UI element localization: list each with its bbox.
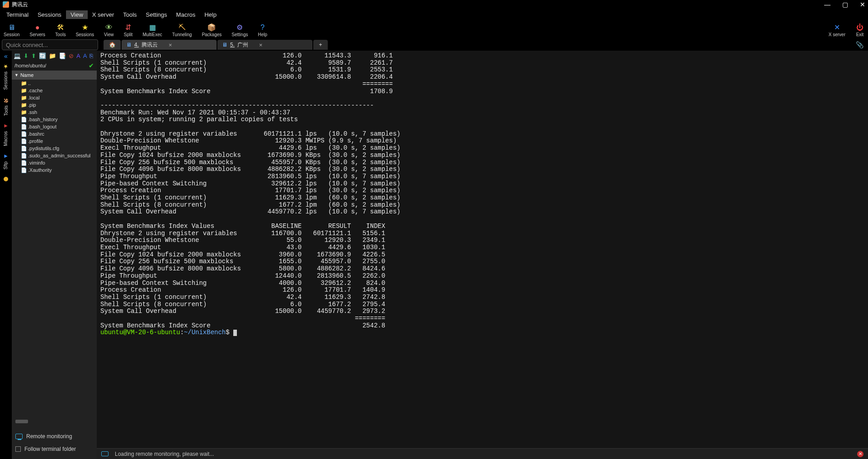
tool-view[interactable]: 👁View bbox=[104, 23, 114, 37]
view-icon: 👁 bbox=[104, 23, 113, 32]
sidebar-tool-icon-6[interactable]: ⊘ bbox=[69, 52, 74, 59]
sidebar-tool-icon-2[interactable]: ⬆ bbox=[31, 52, 36, 59]
tab-number: 4. bbox=[134, 42, 139, 48]
menu-terminal[interactable]: Terminal bbox=[2, 10, 33, 19]
file-item[interactable]: 📁.local bbox=[12, 94, 97, 101]
sidebar-tool-icon-1[interactable]: ⬇ bbox=[24, 52, 28, 59]
tab-close-button[interactable]: × bbox=[259, 42, 263, 48]
tool-servers[interactable]: ●Servers bbox=[30, 23, 45, 37]
tool-exit[interactable]: ⏻Exit bbox=[855, 23, 864, 37]
file-item[interactable]: 📄.pydistutils.cfg bbox=[12, 145, 97, 152]
tool-sessions[interactable]: ★Sessions bbox=[75, 23, 94, 37]
folder-icon: 📁 bbox=[21, 109, 26, 115]
tool-session[interactable]: 🖥Session bbox=[4, 23, 20, 37]
menu-x-server[interactable]: X server bbox=[88, 10, 118, 19]
tunneling-icon: ⛏ bbox=[178, 23, 187, 32]
tools-icon: 🛠 bbox=[56, 23, 65, 32]
tool-x-server[interactable]: ✕X server bbox=[829, 23, 845, 37]
servers-icon: ● bbox=[33, 23, 42, 32]
menu-view[interactable]: View bbox=[66, 10, 88, 19]
tab-home[interactable]: 🏠 bbox=[104, 40, 121, 50]
sidebar-tool-icon-7[interactable]: A bbox=[76, 52, 80, 59]
sidebar-column-header[interactable]: ▼ Name bbox=[12, 71, 97, 80]
tab-session[interactable]: 🖥5. 广州× bbox=[217, 40, 312, 50]
file-item[interactable]: 📁.. bbox=[12, 80, 97, 87]
file-item[interactable]: 📄.profile bbox=[12, 137, 97, 145]
sidebar-path[interactable]: /home/ubuntu/ ✔ bbox=[12, 61, 97, 71]
sidebar-tool-icon-5[interactable]: 📑 bbox=[59, 52, 66, 59]
sidebar-tool-icon-4[interactable]: 📁 bbox=[49, 52, 56, 59]
file-item[interactable]: 📄.bashrc bbox=[12, 130, 97, 137]
window-minimize-button[interactable]: — bbox=[824, 1, 830, 8]
menu-macros[interactable]: Macros bbox=[172, 10, 200, 19]
sidebar-h-scrollbar[interactable] bbox=[15, 419, 93, 424]
prompt-user: ubuntu@VM-20-6-ubuntu bbox=[100, 329, 180, 336]
tool-multiexec[interactable]: ▦MultiExec bbox=[142, 23, 162, 37]
rail-sessions[interactable]: Sessions★ bbox=[3, 60, 8, 94]
tab-close-button[interactable]: × bbox=[169, 42, 172, 48]
remote-monitoring-label: Remote monitoring bbox=[26, 433, 72, 440]
file-item[interactable]: 📄.bash_history bbox=[12, 116, 97, 123]
tab-session[interactable]: 🖥4. 腾讯云× bbox=[122, 40, 217, 50]
window-close-button[interactable]: ✕ bbox=[860, 1, 865, 8]
paperclip-icon[interactable]: 📎 bbox=[856, 41, 863, 48]
sidebar-tool-icon-0[interactable]: 💻 bbox=[14, 52, 21, 59]
rail-collapse-icon[interactable]: « bbox=[4, 52, 8, 59]
tool-settings[interactable]: ⚙Settings bbox=[231, 23, 248, 37]
file-item[interactable]: 📄.Xauthority bbox=[12, 166, 97, 174]
file-item[interactable]: 📄.viminfo bbox=[12, 159, 97, 166]
file-name: .cache bbox=[28, 88, 42, 93]
sidebar-tool-icon-3[interactable]: 🔄 bbox=[39, 52, 46, 59]
menu-settings[interactable]: Settings bbox=[142, 10, 172, 19]
window-maximize-button[interactable]: ▢ bbox=[842, 1, 848, 8]
folder-icon: 📁 bbox=[21, 80, 26, 86]
tool-label: Packages bbox=[202, 32, 222, 37]
tool-tunneling[interactable]: ⛏Tunneling bbox=[172, 23, 192, 37]
sftp-icon: ◄ bbox=[3, 153, 9, 160]
menu-help[interactable]: Help bbox=[200, 10, 221, 19]
file-name: .. bbox=[28, 80, 31, 86]
file-item[interactable]: 📁.pip bbox=[12, 101, 97, 109]
tool-split[interactable]: ⇵Split bbox=[123, 23, 132, 37]
terminal-statusbar: Loading remote monitoring, please wait..… bbox=[97, 448, 868, 459]
menubar: TerminalSessionsViewX serverToolsSetting… bbox=[0, 9, 868, 20]
rail-macros[interactable]: Macros◄ bbox=[3, 119, 9, 150]
remote-monitoring-toggle[interactable]: Remote monitoring bbox=[15, 430, 93, 443]
rail-label: Tools bbox=[4, 105, 9, 116]
sidebar-column-name: Name bbox=[20, 72, 33, 78]
status-close-button[interactable]: ✕ bbox=[857, 451, 863, 457]
file-name: .bashrc bbox=[28, 131, 44, 137]
file-icon: 📄 bbox=[21, 131, 26, 137]
sidebar-tool-icon-8[interactable]: A bbox=[83, 52, 87, 59]
file-name: .pip bbox=[28, 102, 36, 108]
folder-icon: 📁 bbox=[21, 102, 26, 108]
follow-terminal-checkbox[interactable]: Follow terminal folder bbox=[15, 443, 93, 455]
sidebar-tool-icon-9[interactable]: ⎘ bbox=[90, 52, 93, 59]
menu-tools[interactable]: Tools bbox=[118, 10, 141, 19]
file-item[interactable]: 📁.ssh bbox=[12, 109, 97, 116]
terminal-output[interactable]: Process Creation 126.0 11543.3 916.1 She… bbox=[97, 51, 868, 448]
rail-status-dot-icon bbox=[4, 177, 8, 181]
tab-new-button[interactable]: + bbox=[313, 40, 328, 50]
menu-sessions[interactable]: Sessions bbox=[33, 10, 66, 19]
file-icon: 📄 bbox=[21, 124, 26, 130]
tool-help[interactable]: ?Help bbox=[258, 23, 267, 37]
file-item[interactable]: 📄.sudo_as_admin_successful bbox=[12, 152, 97, 159]
tool-label: Settings bbox=[231, 32, 248, 37]
quick-connect-placeholder: Quick connect... bbox=[6, 42, 48, 48]
help-icon: ? bbox=[258, 23, 267, 32]
rail-tools[interactable]: Tools🛠 bbox=[3, 94, 9, 119]
file-item[interactable]: 📁.cache bbox=[12, 87, 97, 94]
quick-connect-input[interactable]: Quick connect... bbox=[2, 39, 98, 50]
tool-tools[interactable]: 🛠Tools bbox=[55, 23, 66, 37]
file-name: .ssh bbox=[28, 109, 37, 115]
file-icon: 📄 bbox=[21, 153, 26, 159]
file-item[interactable]: 📄.bash_logout bbox=[12, 123, 97, 130]
tools-icon: 🛠 bbox=[3, 97, 9, 104]
rail-sftp[interactable]: Sftp◄ bbox=[3, 150, 9, 173]
prompt-path: ~/UnixBench bbox=[184, 329, 226, 336]
tool-label: Sessions bbox=[75, 32, 94, 37]
tool-label: Split bbox=[124, 32, 132, 37]
monitor-icon bbox=[15, 434, 23, 439]
tool-packages[interactable]: 📦Packages bbox=[202, 23, 222, 37]
